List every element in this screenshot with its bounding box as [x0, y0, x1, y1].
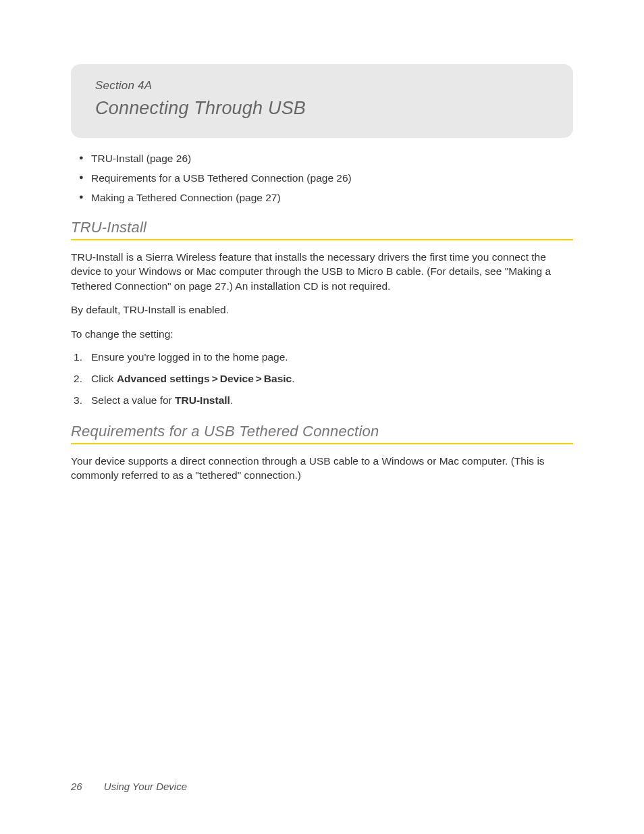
step-2: Click Advanced settings>Device>Basic.	[74, 372, 573, 386]
toc-item: TRU-Install (page 26)	[79, 153, 573, 165]
section-title: Connecting Through USB	[95, 98, 549, 119]
chapter-title: Using Your Device	[104, 781, 187, 792]
step-2-bold-3: Basic	[264, 373, 292, 384]
step-2-suffix: .	[292, 373, 294, 384]
section-header-box: Section 4A Connecting Through USB	[71, 64, 573, 138]
tru-install-paragraph-3: To change the setting:	[71, 327, 573, 341]
step-2-bold-2: Device	[220, 373, 254, 384]
tru-install-paragraph-2: By default, TRU-Install is enabled.	[71, 303, 573, 317]
step-3: Select a value for TRU-Install.	[74, 394, 573, 408]
tru-install-paragraph-1: TRU-Install is a Sierra Wireless feature…	[71, 250, 573, 293]
breadcrumb-separator-icon: >	[256, 373, 262, 384]
toc-list: TRU-Install (page 26) Requirements for a…	[79, 153, 573, 204]
toc-item: Making a Tethered Connection (page 27)	[79, 192, 573, 204]
step-3-prefix: Select a value for	[91, 394, 175, 406]
tru-install-heading: TRU-Install	[71, 219, 573, 240]
requirements-heading: Requirements for a USB Tethered Connecti…	[71, 423, 573, 444]
requirements-paragraph-1: Your device supports a direct connection…	[71, 454, 573, 483]
step-2-prefix: Click	[91, 373, 117, 384]
page-container: Section 4A Connecting Through USB TRU-In…	[0, 0, 644, 532]
section-label: Section 4A	[95, 79, 549, 93]
step-3-suffix: .	[230, 394, 233, 406]
breadcrumb-separator-icon: >	[212, 373, 218, 384]
page-footer: 26 Using Your Device	[71, 781, 187, 792]
step-2-bold-1: Advanced settings	[117, 373, 210, 384]
tru-install-steps: Ensure you're logged in to the home page…	[74, 350, 573, 408]
page-number: 26	[71, 781, 82, 792]
step-3-bold: TRU-Install	[175, 394, 230, 406]
toc-item: Requirements for a USB Tethered Connecti…	[79, 172, 573, 184]
step-1: Ensure you're logged in to the home page…	[74, 350, 573, 365]
